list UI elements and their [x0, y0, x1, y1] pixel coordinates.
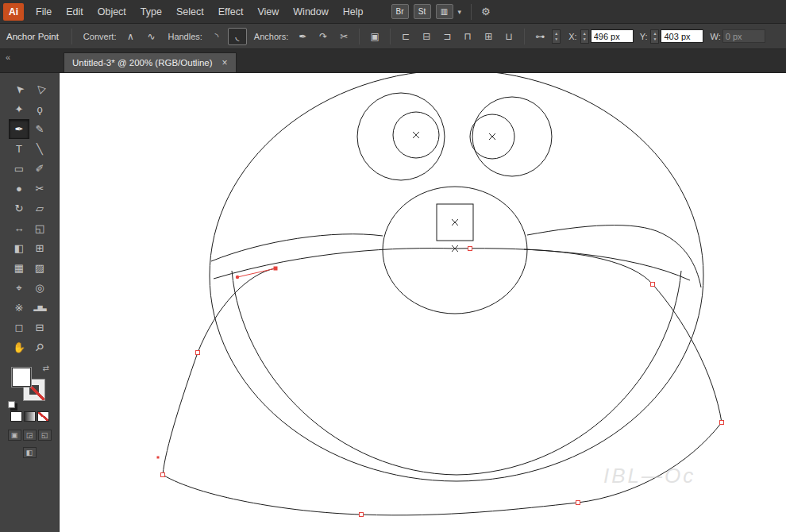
document-tab[interactable]: Untitled-3* @ 200% (RGB/Outline) × — [64, 52, 237, 72]
align-horizontal-left-button[interactable]: ⊏ — [396, 28, 415, 45]
color-button[interactable] — [10, 411, 22, 422]
menu-object[interactable]: Object — [91, 0, 133, 24]
eyedropper-tool[interactable]: ⌖ — [9, 278, 29, 298]
draw-inside-button[interactable]: ◱ — [38, 430, 52, 441]
type-tool[interactable]: T — [9, 139, 29, 159]
gradient-button[interactable] — [24, 411, 36, 422]
align-vertical-bottom-button[interactable]: ⊔ — [499, 28, 518, 45]
scissors-icon: ✂ — [36, 183, 44, 195]
anchor-point-size-button[interactable]: ⊶ — [530, 28, 549, 45]
lasso-tool[interactable]: ϙ — [29, 99, 50, 119]
point-size-stepper[interactable]: ▲ ▼ — [552, 29, 561, 44]
align-horizontal-center-button[interactable]: ⊟ — [417, 28, 436, 45]
convert-label: Convert: — [83, 32, 117, 41]
perspective-grid-tool[interactable]: ⊞ — [29, 238, 50, 258]
menu-edit[interactable]: Edit — [59, 0, 91, 24]
collapse-panel-icon[interactable]: « — [6, 52, 10, 62]
menu-help[interactable]: Help — [336, 0, 371, 24]
workspace-grid-icon: ▥ — [441, 7, 448, 16]
separator — [359, 29, 360, 44]
symbol-sprayer-tool[interactable]: ※ — [9, 298, 29, 318]
rectangle-tool[interactable]: ▭ — [9, 159, 29, 179]
blend-tool[interactable]: ◎ — [29, 278, 50, 298]
y-stepper[interactable]: ▲ ▼ — [650, 29, 659, 44]
close-icon[interactable]: × — [222, 57, 228, 68]
scale-tool[interactable]: ▱ — [29, 199, 50, 218]
artboard-tool[interactable]: ◻ — [9, 318, 29, 337]
connect-anchors-button[interactable]: ↷ — [314, 28, 333, 45]
align-vertical-top-button[interactable]: ⊓ — [458, 28, 477, 45]
y-position-field[interactable] — [661, 29, 703, 43]
cs-live-button[interactable]: ⚙ — [481, 6, 491, 17]
screen-mode-button[interactable]: ◧ — [23, 447, 37, 458]
remove-anchor-icon: ✒ — [299, 31, 306, 42]
show-handles-button[interactable]: ◝ — [207, 28, 226, 45]
column-graph-icon: ▂▆▃ — [33, 304, 45, 311]
illustrator-window: Ai File Edit Object Type Select Effect V… — [0, 0, 786, 532]
align-center-icon: ⊟ — [422, 31, 430, 42]
left-whisker-line[interactable] — [211, 234, 383, 261]
mouth-line[interactable] — [214, 249, 690, 280]
paintbrush-tool[interactable]: ✐ — [29, 159, 50, 179]
hand-icon: ✋ — [13, 341, 25, 353]
draw-behind-button[interactable]: ◲ — [23, 430, 37, 441]
menu-file[interactable]: File — [29, 0, 59, 24]
mesh-tool[interactable]: ▦ — [9, 258, 29, 278]
convert-to-smooth-button[interactable]: ∿ — [141, 28, 160, 45]
appearance-buttons — [0, 411, 59, 422]
remove-anchors-button[interactable]: ✒ — [293, 28, 312, 45]
swap-fill-stroke-icon[interactable]: ⇄ — [43, 364, 49, 372]
right-eye-outer[interactable] — [472, 97, 552, 176]
left-eye-outer[interactable] — [357, 93, 445, 180]
right-whisker-line[interactable] — [527, 226, 701, 287]
anchor-point — [161, 473, 165, 477]
smile-arc[interactable] — [232, 271, 681, 475]
artboard-canvas[interactable]: IBL—Oc — [60, 73, 786, 532]
scissors-tool[interactable]: ✂ — [29, 179, 50, 199]
head-outline[interactable] — [210, 73, 703, 481]
handles-label: Handles: — [168, 32, 202, 41]
menu-effect[interactable]: Effect — [211, 0, 251, 24]
stepper-down-icon: ▼ — [651, 37, 658, 42]
workspace-switcher-button[interactable]: ▥ — [436, 4, 453, 19]
align-horizontal-right-button[interactable]: ⊐ — [437, 28, 457, 45]
cut-path-button[interactable]: ✂ — [334, 28, 353, 45]
draw-normal-button[interactable]: ▣ — [8, 430, 21, 441]
default-fill-stroke-icon[interactable] — [8, 401, 15, 408]
slice-tool[interactable]: ⊟ — [29, 318, 50, 337]
blob-brush-tool[interactable]: ● — [9, 179, 29, 199]
stock-button[interactable]: St — [414, 4, 431, 19]
x-position-field[interactable] — [591, 29, 634, 43]
stepper-up-icon: ▲ — [553, 31, 560, 37]
magic-wand-tool[interactable]: ✦ — [9, 99, 29, 119]
width-tool[interactable]: ↔ — [9, 218, 29, 238]
bridge-button[interactable]: Br — [391, 4, 409, 19]
isolate-selection-button[interactable]: ▣ — [365, 28, 384, 45]
zoom-tool[interactable]: ⚲ — [29, 337, 50, 357]
gradient-tool[interactable]: ▨ — [29, 258, 50, 278]
pencil-tool[interactable]: ✎ — [29, 119, 50, 139]
selection-tool[interactable]: ➤ — [9, 79, 29, 99]
align-vertical-middle-button[interactable]: ⊞ — [479, 28, 498, 45]
menu-view[interactable]: View — [250, 0, 286, 24]
direct-selection-tool[interactable]: ▷ — [29, 79, 50, 99]
shape-builder-tool[interactable]: ◧ — [9, 238, 29, 258]
menu-window[interactable]: Window — [286, 0, 335, 24]
free-transform-tool[interactable]: ◱ — [29, 218, 50, 238]
pen-tool[interactable]: ✒ — [9, 119, 29, 139]
fill-swatch[interactable] — [11, 367, 32, 387]
nose-outline[interactable] — [383, 187, 527, 314]
hide-handles-button[interactable]: ◟ — [228, 28, 247, 45]
perspective-grid-icon: ⊞ — [36, 242, 44, 254]
hand-tool[interactable]: ✋ — [9, 337, 29, 357]
anchor-point — [576, 501, 580, 505]
column-graph-tool[interactable]: ▂▆▃ — [29, 298, 50, 318]
x-stepper[interactable]: ▲ ▼ — [580, 29, 589, 44]
rotate-tool[interactable]: ↻ — [9, 199, 29, 218]
menu-type[interactable]: Type — [133, 0, 169, 24]
chevron-down-icon[interactable]: ▾ — [458, 8, 462, 16]
convert-to-corner-button[interactable]: ∧ — [121, 28, 140, 45]
menu-select[interactable]: Select — [169, 0, 211, 24]
line-segment-tool[interactable]: ╲ — [29, 139, 50, 159]
none-button[interactable] — [37, 411, 49, 422]
